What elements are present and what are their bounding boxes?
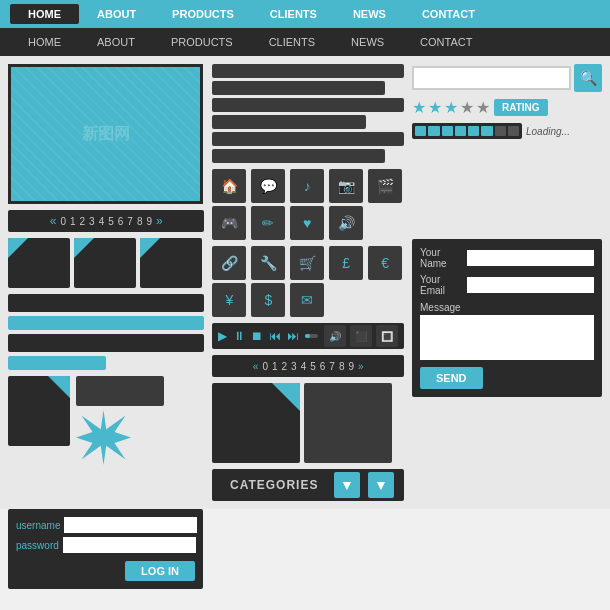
page-4[interactable]: 4 [99, 216, 105, 227]
page-8[interactable]: 8 [137, 216, 143, 227]
nav-news[interactable]: NEWS [335, 8, 404, 20]
bottom-mid [216, 509, 411, 589]
icon-home[interactable]: 🏠 [212, 169, 246, 203]
icon-cart[interactable]: 🛒 [290, 246, 324, 280]
icon-yen[interactable]: ¥ [212, 283, 246, 317]
icon-film[interactable]: 🎬 [368, 169, 402, 203]
contact-name-input[interactable] [467, 250, 594, 266]
media-volume[interactable]: 🔊 [324, 325, 346, 347]
loading-row: Loading... [412, 123, 602, 139]
icon-music[interactable]: ♪ [290, 169, 324, 203]
seg-6 [481, 126, 492, 136]
nav2-products[interactable]: PRODUCTS [153, 36, 251, 48]
big-card-dark[interactable] [304, 383, 392, 463]
icon-chat[interactable]: 💬 [251, 169, 285, 203]
pagination2-prev[interactable]: « [253, 361, 259, 372]
icon-wrench[interactable]: 🔧 [251, 246, 285, 280]
p2-3[interactable]: 3 [291, 361, 297, 372]
media-pause[interactable]: ⏸ [233, 329, 245, 343]
icon-pound[interactable]: £ [329, 246, 363, 280]
page-3[interactable]: 3 [89, 216, 95, 227]
big-card-notched[interactable] [212, 383, 300, 463]
p2-4[interactable]: 4 [301, 361, 307, 372]
contact-name-row: Your Name [420, 247, 594, 269]
media-fullscreen[interactable]: ⬛ [350, 325, 372, 347]
pagination-prev[interactable]: « [50, 214, 57, 228]
media-play[interactable]: ▶ [218, 329, 227, 343]
media-settings[interactable]: 🔳 [376, 325, 398, 347]
bottom-area: username password LOG IN [0, 509, 610, 597]
send-button[interactable]: SEND [420, 367, 483, 389]
nav2-about[interactable]: ABOUT [79, 36, 153, 48]
small-card-2[interactable] [74, 238, 136, 288]
page-6[interactable]: 6 [118, 216, 124, 227]
page-9[interactable]: 9 [146, 216, 152, 227]
icon-pencil[interactable]: ✏ [251, 206, 285, 240]
nav2-news[interactable]: NEWS [333, 36, 402, 48]
pagination2-next[interactable]: » [358, 361, 364, 372]
login-username-input[interactable] [64, 517, 197, 533]
p2-2[interactable]: 2 [282, 361, 288, 372]
nav-about[interactable]: ABOUT [79, 8, 154, 20]
login-button[interactable]: LOG IN [125, 561, 195, 581]
page-0[interactable]: 0 [60, 216, 66, 227]
seg-4 [455, 126, 466, 136]
nav-contact[interactable]: CONTACT [404, 8, 493, 20]
search-button[interactable]: 🔍 [574, 64, 602, 92]
nav2-contact[interactable]: CONTACT [402, 36, 490, 48]
categories-dropdown-btn[interactable]: ▼ [334, 472, 360, 498]
nav2-home[interactable]: HOME [10, 36, 79, 48]
pagination-strip: « 0 1 2 3 4 5 6 7 8 9 » [8, 210, 204, 232]
spacer [412, 145, 602, 233]
contact-message-textarea[interactable] [420, 315, 594, 360]
small-card-1[interactable] [8, 238, 70, 288]
page-5[interactable]: 5 [108, 216, 114, 227]
contact-email-input[interactable] [467, 277, 594, 293]
star-4[interactable]: ★ [460, 98, 474, 117]
page-1[interactable]: 1 [70, 216, 76, 227]
media-next[interactable]: ⏭ [287, 329, 299, 343]
page-7[interactable]: 7 [127, 216, 133, 227]
p2-6[interactable]: 6 [320, 361, 326, 372]
icon-link[interactable]: 🔗 [212, 246, 246, 280]
star-rating: ★ ★ ★ ★ ★ [412, 98, 490, 117]
small-card-3[interactable] [140, 238, 202, 288]
nav-home[interactable]: HOME [10, 4, 79, 24]
icon-speaker[interactable]: 🔊 [329, 206, 363, 240]
star-5[interactable]: ★ [476, 98, 490, 117]
text-line-3 [212, 98, 404, 112]
categories-dropdown-btn2[interactable]: ▼ [368, 472, 394, 498]
media-prev[interactable]: ⏮ [269, 329, 281, 343]
star-1[interactable]: ★ [412, 98, 426, 117]
star-2[interactable]: ★ [428, 98, 442, 117]
categories-label: CATEGORIES [222, 478, 326, 492]
pagination-next[interactable]: » [156, 214, 163, 228]
icon-heart[interactable]: ♥ [290, 206, 324, 240]
p2-5[interactable]: 5 [310, 361, 316, 372]
media-progress-bar[interactable] [305, 334, 318, 338]
p2-0[interactable]: 0 [262, 361, 268, 372]
icon-email[interactable]: ✉ [290, 283, 324, 317]
p2-1[interactable]: 1 [272, 361, 278, 372]
star-3[interactable]: ★ [444, 98, 458, 117]
p2-9[interactable]: 9 [348, 361, 354, 372]
login-password-input[interactable] [63, 537, 196, 553]
p2-8[interactable]: 8 [339, 361, 345, 372]
bar-dark-2 [8, 334, 204, 352]
media-stop[interactable]: ⏹ [251, 329, 263, 343]
contact-email-row: Your Email [420, 274, 594, 296]
page-2[interactable]: 2 [80, 216, 86, 227]
seg-3 [442, 126, 453, 136]
nav-products[interactable]: PRODUCTS [154, 8, 252, 20]
nav-clients[interactable]: CLIENTS [252, 8, 335, 20]
icon-camera[interactable]: 📷 [329, 169, 363, 203]
search-input[interactable] [412, 66, 571, 90]
seg-7 [495, 126, 506, 136]
notched-card[interactable] [8, 376, 70, 446]
icon-dollar[interactable]: $ [251, 283, 285, 317]
main-content: 新图网 « 0 1 2 3 4 5 6 7 8 9 » [0, 56, 610, 509]
icon-euro[interactable]: € [368, 246, 402, 280]
icon-gamepad[interactable]: 🎮 [212, 206, 246, 240]
p2-7[interactable]: 7 [329, 361, 335, 372]
nav2-clients[interactable]: CLIENTS [251, 36, 333, 48]
